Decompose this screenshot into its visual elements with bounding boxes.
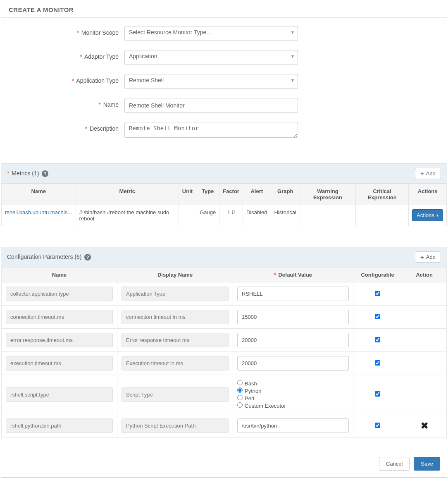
add-config-button[interactable]: + Add bbox=[415, 251, 441, 263]
metric-name-link[interactable]: rshell.bash.ubuntu.machin... bbox=[5, 209, 72, 215]
monitor-scope-select[interactable]: Select Resource Monitor Type... bbox=[124, 26, 298, 41]
metrics-column-header: Alert bbox=[243, 184, 271, 205]
config-display-input bbox=[122, 356, 229, 371]
page-title: CREATE A MONITOR bbox=[9, 6, 439, 13]
metric-critical bbox=[355, 205, 408, 226]
cancel-button[interactable]: Cancel bbox=[379, 457, 410, 471]
config-display-input bbox=[122, 387, 229, 402]
metrics-column-header: Unit bbox=[179, 184, 196, 205]
metric-type: Gauge bbox=[196, 205, 219, 226]
metrics-column-header: Name bbox=[2, 184, 76, 205]
metric-graph: Historical bbox=[271, 205, 300, 226]
config-display-input bbox=[122, 418, 229, 433]
metric-text: #!/bin/bash #reboot the machine sudo reb… bbox=[76, 205, 179, 226]
script-type-option[interactable] bbox=[237, 395, 243, 400]
script-type-option[interactable] bbox=[237, 402, 243, 408]
config-name-input bbox=[6, 310, 113, 324]
description-input[interactable]: Remote Shell Monitor bbox=[124, 122, 298, 138]
metric-unit bbox=[179, 205, 196, 226]
metrics-column-header: Graph bbox=[271, 184, 300, 205]
table-row bbox=[2, 352, 447, 375]
metric-warning bbox=[300, 205, 355, 226]
metric-factor: 1.0 bbox=[219, 205, 243, 226]
metrics-column-header: Factor bbox=[219, 184, 243, 205]
config-name-input bbox=[6, 387, 113, 402]
config-name-input bbox=[6, 418, 113, 433]
config-column-header: Display Name bbox=[117, 268, 233, 282]
config-column-header: Configurable bbox=[353, 268, 402, 282]
metrics-count: (1) bbox=[32, 170, 39, 177]
panel-header: CREATE A MONITOR bbox=[1, 1, 447, 18]
metrics-table: NameMetricUnitTypeFactorAlertGraphWarnin… bbox=[1, 184, 447, 226]
table-row bbox=[2, 282, 447, 306]
config-value-input[interactable] bbox=[237, 356, 349, 371]
config-display-input bbox=[122, 287, 229, 301]
config-column-header: * Default Value bbox=[233, 268, 353, 282]
help-icon[interactable]: ? bbox=[42, 170, 48, 177]
metrics-column-header: Warning Expression bbox=[300, 184, 355, 205]
name-input[interactable] bbox=[124, 98, 298, 113]
config-count: (6) bbox=[74, 253, 81, 260]
metrics-column-header: Type bbox=[196, 184, 219, 205]
table-row: BashPythonPerlCustom Executor bbox=[2, 375, 447, 414]
metric-actions-button[interactable]: Actions bbox=[412, 209, 443, 221]
config-name-input bbox=[6, 333, 113, 347]
application-type-select[interactable]: Remote Shell bbox=[124, 74, 298, 89]
config-value-input[interactable] bbox=[237, 287, 349, 301]
config-value-input[interactable] bbox=[237, 333, 349, 347]
configurable-checkbox[interactable] bbox=[375, 337, 380, 342]
config-name-input bbox=[6, 287, 113, 301]
metrics-title: Metrics bbox=[12, 170, 30, 177]
plus-icon: + bbox=[420, 254, 424, 260]
configurable-checkbox[interactable] bbox=[375, 291, 380, 296]
adaptor-type-select[interactable]: Application bbox=[124, 50, 298, 65]
config-value-input[interactable] bbox=[237, 310, 349, 324]
config-name-input bbox=[6, 356, 113, 371]
description-label: * Description bbox=[9, 122, 124, 132]
monitor-form: * Monitor Scope Select Resource Monitor … bbox=[1, 18, 447, 163]
table-row bbox=[2, 329, 447, 352]
configurable-checkbox[interactable] bbox=[375, 391, 380, 397]
application-type-label: * Application Type bbox=[9, 74, 124, 84]
footer: Cancel Save bbox=[1, 450, 447, 477]
metrics-column-header: Actions bbox=[409, 184, 447, 205]
script-type-radio-group[interactable]: BashPythonPerlCustom Executor bbox=[237, 380, 349, 409]
config-column-header: Name bbox=[2, 268, 117, 282]
plus-icon: + bbox=[420, 170, 424, 177]
config-title: Configuration Parameters bbox=[7, 253, 73, 260]
config-column-header: Action bbox=[402, 268, 447, 282]
script-type-option[interactable] bbox=[237, 387, 243, 393]
monitor-scope-label: * Monitor Scope bbox=[9, 26, 124, 36]
configurable-checkbox[interactable] bbox=[375, 360, 380, 366]
add-metric-button[interactable]: + Add bbox=[415, 168, 441, 179]
config-panel-header: Configuration Parameters (6) ? + Add bbox=[1, 247, 447, 267]
config-display-input bbox=[122, 333, 229, 347]
help-icon[interactable]: ? bbox=[84, 254, 91, 261]
config-table: NameDisplay Name* Default ValueConfigura… bbox=[1, 267, 447, 437]
table-row: ✖ bbox=[2, 414, 447, 437]
config-value-input[interactable] bbox=[237, 418, 349, 433]
metric-alert: Disabled bbox=[243, 205, 271, 226]
create-monitor-panel: CREATE A MONITOR * Monitor Scope Select … bbox=[1, 1, 447, 478]
config-display-input bbox=[122, 310, 229, 324]
table-row bbox=[2, 306, 447, 329]
adaptor-type-label: * Adaptor Type bbox=[9, 50, 124, 60]
save-button[interactable]: Save bbox=[414, 457, 440, 471]
metrics-panel-header: * Metrics (1) ? + Add bbox=[1, 163, 447, 184]
script-type-option[interactable] bbox=[237, 380, 243, 385]
name-label: * Name bbox=[9, 98, 124, 108]
table-row: rshell.bash.ubuntu.machin...#!/bin/bash … bbox=[2, 205, 447, 226]
delete-row-icon[interactable]: ✖ bbox=[406, 421, 442, 431]
metrics-column-header: Critical Expression bbox=[355, 184, 408, 205]
configurable-checkbox[interactable] bbox=[375, 423, 380, 428]
configurable-checkbox[interactable] bbox=[375, 314, 380, 319]
metrics-column-header: Metric bbox=[76, 184, 179, 205]
